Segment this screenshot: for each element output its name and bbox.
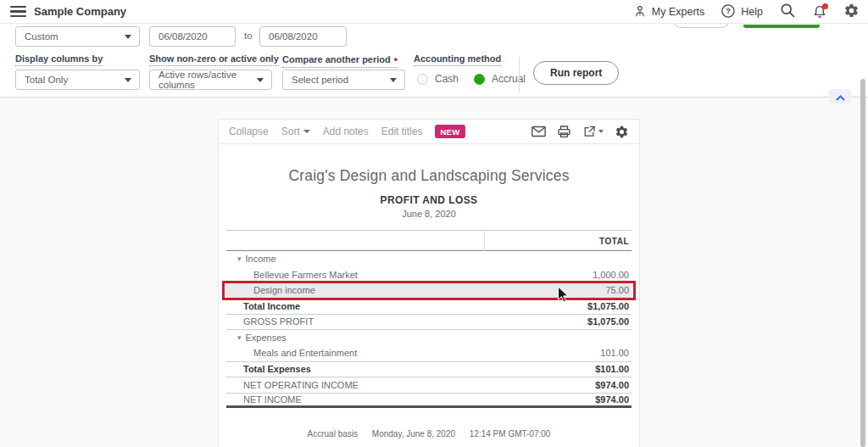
date-to-label: to	[244, 31, 253, 41]
compare-period-select[interactable]: Select period	[282, 70, 405, 90]
table-row: ▾Expenses	[226, 330, 632, 346]
footer-time: 12:14 PM GMT-07:00	[470, 429, 551, 439]
chevron-down-icon	[125, 35, 131, 39]
date-from-value: 06/08/2020	[159, 31, 208, 42]
person-icon	[633, 4, 647, 20]
table-row[interactable]: Bellevue Farmers Market1,000.00	[226, 267, 632, 283]
row-value: $974.00	[595, 380, 632, 390]
row-value[interactable]: 1,000.00	[593, 270, 632, 280]
table-row: Total Income$1,075.00	[226, 299, 632, 315]
row-label: Total Income	[243, 301, 587, 311]
app-window: Sample Company My Experts ? Help	[0, 0, 868, 447]
table-row: ▾Income	[226, 251, 632, 267]
row-label: NET OPERATING INCOME	[243, 380, 595, 390]
row-value: $1,075.00	[587, 301, 632, 311]
edit-titles-button[interactable]: Edit titles	[381, 126, 423, 137]
run-report-button[interactable]: Run report	[533, 61, 619, 85]
report-card: Collapse Sort Add notes Edit titles NEW	[218, 119, 640, 447]
compare-period-value: Select period	[292, 75, 348, 85]
chevron-down-icon	[257, 78, 264, 82]
date-to-input[interactable]: 06/08/2020	[259, 26, 347, 47]
search-icon[interactable]	[779, 2, 796, 22]
report-settings-icon[interactable]	[615, 125, 629, 139]
notifications-icon[interactable]	[812, 4, 827, 20]
chevron-up-icon	[836, 89, 845, 104]
top-navbar: Sample Company My Experts ? Help	[0, 0, 868, 24]
display-columns-select[interactable]: Total Only	[15, 70, 140, 90]
row-label: Expenses	[246, 332, 629, 343]
menu-icon[interactable]	[10, 6, 26, 18]
help-icon: ?	[721, 3, 736, 21]
row-value: $974.00	[595, 394, 632, 405]
table-row[interactable]: Design income75.00	[226, 282, 632, 299]
help-label: Help	[741, 6, 763, 18]
row-label: Total Expenses	[243, 364, 595, 374]
report-title: PROFIT AND LOSS	[219, 194, 639, 206]
table-row: GROSS PROFIT$1,075.00	[226, 314, 632, 330]
email-icon[interactable]	[531, 126, 546, 137]
report-company-name: Craig's Design and Landscaping Services	[219, 167, 639, 185]
svg-text:?: ?	[726, 7, 731, 15]
company-name: Sample Company	[34, 5, 126, 18]
my-experts-label: My Experts	[652, 6, 705, 18]
row-label: Bellevue Farmers Market	[253, 270, 593, 280]
settings-icon[interactable]	[843, 3, 860, 22]
report-footer: Accrual basis Monday, June 8, 2020 12:14…	[219, 429, 639, 439]
chevron-down-icon	[598, 130, 604, 133]
accounting-method-radios: Cash Accrual	[417, 73, 534, 85]
table-row: NET INCOME$974.00	[226, 393, 632, 409]
collapse-panel-button[interactable]	[829, 89, 851, 103]
row-label: GROSS PROFIT	[243, 316, 587, 327]
compare-period-label: Compare another period•	[282, 53, 398, 68]
active-rows-select[interactable]: Active rows/active columns	[149, 70, 272, 90]
table-row: Total Expenses$101.00	[226, 361, 632, 377]
report-toolbar: Collapse Sort Add notes Edit titles NEW	[219, 120, 639, 144]
vertical-scrollbar[interactable]	[860, 79, 865, 447]
row-value[interactable]: 101.00	[600, 348, 632, 358]
sort-button[interactable]: Sort	[281, 126, 310, 137]
row-label: Design income	[253, 285, 605, 295]
required-marker: •	[394, 53, 398, 65]
row-value[interactable]: 75.00	[605, 285, 632, 295]
display-columns-label: Display columns by	[15, 53, 103, 66]
footer-date: Monday, June 8, 2020	[372, 429, 455, 439]
export-icon[interactable]	[582, 125, 604, 138]
table-body: ▾IncomeBellevue Farmers Market1,000.00De…	[226, 251, 632, 408]
active-rows-label: Show non-zero or active only	[149, 53, 279, 66]
accrual-radio-label: Accrual	[492, 73, 526, 85]
accounting-method-label: Accounting method	[414, 53, 501, 66]
table-row[interactable]: Meals and Entertainment101.00	[226, 345, 632, 361]
display-columns-value: Total Only	[25, 75, 68, 85]
chevron-down-icon	[303, 130, 310, 133]
column-divider	[484, 231, 485, 251]
report-table: TOTAL ▾IncomeBellevue Farmers Market1,00…	[226, 230, 632, 408]
chevron-down-icon	[390, 78, 397, 82]
notification-dot	[822, 3, 828, 9]
sort-label: Sort	[281, 126, 300, 137]
accrual-radio[interactable]	[474, 74, 485, 85]
divider	[519, 57, 520, 92]
row-label: Income	[246, 254, 629, 264]
date-to-value: 06/08/2020	[269, 31, 318, 42]
table-header: TOTAL	[226, 230, 632, 251]
save-customization-button-partial[interactable]	[743, 25, 820, 28]
print-icon[interactable]	[557, 125, 571, 138]
collapse-section-icon[interactable]: ▾	[237, 254, 242, 263]
collapse-button[interactable]: Collapse	[229, 126, 269, 137]
row-value: $101.00	[595, 364, 632, 374]
cash-radio[interactable]	[417, 74, 428, 85]
chevron-down-icon	[125, 78, 131, 82]
row-label: NET INCOME	[243, 394, 595, 405]
help-button[interactable]: ? Help	[721, 3, 763, 21]
total-column-header: TOTAL	[599, 231, 629, 252]
report-date: June 8, 2020	[219, 209, 639, 219]
add-notes-button[interactable]: Add notes	[323, 126, 369, 137]
row-label: Meals and Entertainment	[253, 348, 600, 358]
cash-radio-label: Cash	[435, 73, 459, 85]
collapse-section-icon[interactable]: ▾	[237, 333, 242, 342]
date-range-value: Custom	[25, 31, 58, 42]
date-from-input[interactable]: 06/08/2020	[149, 26, 236, 47]
my-experts-button[interactable]: My Experts	[633, 4, 705, 20]
active-rows-value: Active rows/active columns	[159, 70, 254, 90]
date-range-select[interactable]: Custom	[15, 26, 140, 47]
